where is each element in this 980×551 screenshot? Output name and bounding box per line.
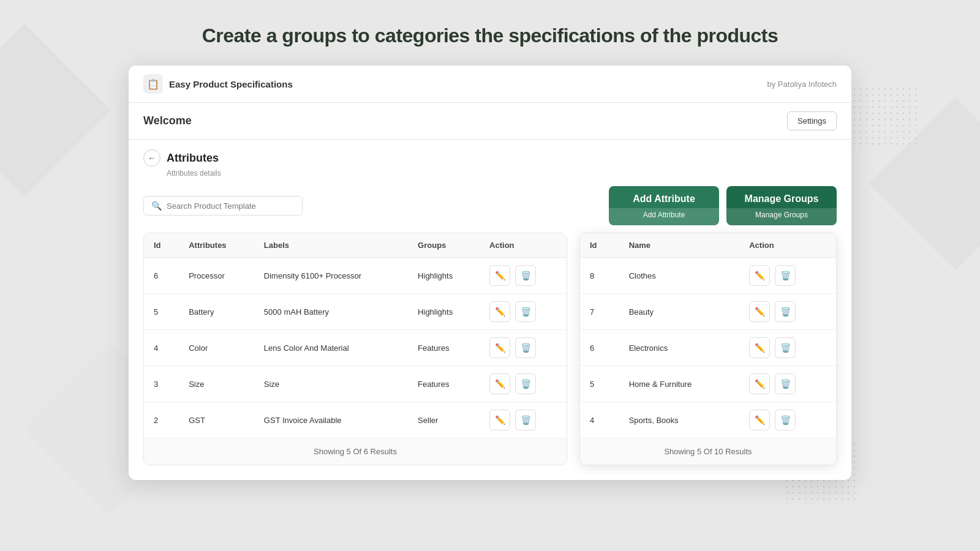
manage-groups-button[interactable]: Manage Groups Manage Groups (726, 186, 837, 225)
tables-container: Id Attributes Labels Groups Action 6 Pro… (129, 233, 851, 480)
attributes-table: Id Attributes Labels Groups Action 6 Pro… (144, 233, 567, 438)
groups-header-row: Id Name Action (580, 233, 836, 258)
app-logo: 📋 Easy Product Specifications (143, 74, 293, 94)
groups-table-header: Id Name Action (580, 233, 836, 258)
attributes-section: ← Attributes Attributes details 🔍 Add At… (129, 140, 851, 233)
edit-button[interactable]: ✏️ (489, 265, 510, 286)
col-action: Action (480, 233, 567, 258)
cell-action: ✏️ 🗑️ (480, 366, 567, 402)
table-row: 3 Size Size Features ✏️ 🗑️ (144, 366, 567, 402)
app-header: 📋 Easy Product Specifications by Patoliy… (129, 66, 851, 103)
cell-attribute: GST (179, 402, 254, 438)
cell-action: ✏️ 🗑️ (480, 330, 567, 366)
search-box[interactable]: 🔍 (143, 196, 303, 216)
attributes-table-wrap: Id Attributes Labels Groups Action 6 Pro… (143, 233, 567, 465)
cell-label: 5000 mAH Battery (254, 294, 408, 330)
attributes-table-footer: Showing 5 Of 6 Results (144, 438, 567, 465)
cell-group: Highlights (408, 294, 480, 330)
table-row: 4 Color Lens Color And Material Features… (144, 330, 567, 366)
col-labels: Labels (254, 233, 408, 258)
attributes-header: ← Attributes (143, 149, 837, 167)
table-row: 8 Clothes ✏️ 🗑️ (580, 258, 836, 294)
edit-button[interactable]: ✏️ (489, 337, 510, 358)
gcol-action: Action (739, 233, 836, 258)
cell-label: Dimensity 6100+ Processor (254, 258, 408, 294)
col-id: Id (144, 233, 179, 258)
delete-button[interactable]: 🗑️ (515, 373, 536, 394)
edit-button[interactable]: ✏️ (489, 301, 510, 322)
cell-group: Features (408, 330, 480, 366)
col-groups: Groups (408, 233, 480, 258)
groups-table-wrap: Id Name Action 8 Clothes ✏️ 🗑️ 7 Beauty (579, 233, 837, 465)
attributes-title: Attributes (167, 152, 219, 165)
edit-group-button[interactable]: ✏️ (749, 410, 770, 430)
table-row: 6 Processor Dimensity 6100+ Processor Hi… (144, 258, 567, 294)
delete-button[interactable]: 🗑️ (515, 301, 536, 322)
cell-id: 4 (144, 330, 179, 366)
app-window: 📋 Easy Product Specifications by Patoliy… (129, 66, 851, 480)
cell-attribute: Battery (179, 294, 254, 330)
gcell-id: 6 (580, 330, 619, 366)
settings-button[interactable]: Settings (787, 111, 837, 130)
cell-action: ✏️ 🗑️ (480, 258, 567, 294)
gcell-name: Home & Furniture (619, 366, 740, 402)
table-row: 4 Sports, Books ✏️ 🗑️ (580, 402, 836, 438)
delete-group-button[interactable]: 🗑️ (775, 301, 796, 322)
gcell-name: Electronics (619, 330, 740, 366)
add-attribute-sub-label: Add Attribute (609, 208, 719, 225)
app-logo-icon: 📋 (143, 74, 163, 94)
manage-groups-main-label: Manage Groups (726, 186, 837, 208)
gcell-id: 7 (580, 294, 619, 330)
cell-group: Seller (408, 402, 480, 438)
welcome-bar: Welcome Settings (129, 103, 851, 140)
attributes-table-body: 6 Processor Dimensity 6100+ Processor Hi… (144, 258, 567, 438)
gcell-id: 8 (580, 258, 619, 294)
edit-group-button[interactable]: ✏️ (749, 265, 770, 286)
attributes-header-row: Id Attributes Labels Groups Action (144, 233, 567, 258)
gcell-id: 4 (580, 402, 619, 438)
page-title: Create a groups to categories the specif… (202, 24, 778, 47)
delete-group-button[interactable]: 🗑️ (775, 337, 796, 358)
gcol-name: Name (619, 233, 740, 258)
app-by-text: by Patoliya Infotech (767, 80, 837, 89)
toolbar-actions: Add Attribute Add Attribute Manage Group… (609, 186, 837, 225)
gcell-action: ✏️ 🗑️ (739, 294, 836, 330)
table-row: 5 Battery 5000 mAH Battery Highlights ✏️… (144, 294, 567, 330)
edit-group-button[interactable]: ✏️ (749, 337, 770, 358)
table-row: 7 Beauty ✏️ 🗑️ (580, 294, 836, 330)
delete-group-button[interactable]: 🗑️ (775, 373, 796, 394)
table-row: 5 Home & Furniture ✏️ 🗑️ (580, 366, 836, 402)
search-icon: 🔍 (151, 201, 162, 211)
add-attribute-button[interactable]: Add Attribute Add Attribute (609, 186, 719, 225)
cell-id: 3 (144, 366, 179, 402)
cell-label: Size (254, 366, 408, 402)
toolbar: 🔍 Add Attribute Add Attribute Manage Gro… (143, 186, 837, 233)
delete-group-button[interactable]: 🗑️ (775, 410, 796, 430)
welcome-text: Welcome (143, 114, 192, 127)
gcell-name: Beauty (619, 294, 740, 330)
gcell-id: 5 (580, 366, 619, 402)
edit-group-button[interactable]: ✏️ (749, 301, 770, 322)
cell-attribute: Processor (179, 258, 254, 294)
edit-button[interactable]: ✏️ (489, 373, 510, 394)
cell-label: Lens Color And Material (254, 330, 408, 366)
edit-group-button[interactable]: ✏️ (749, 373, 770, 394)
page-heading: Create a groups to categories the specif… (202, 24, 778, 47)
cell-attribute: Color (179, 330, 254, 366)
add-attribute-main-label: Add Attribute (609, 186, 719, 208)
table-row: 2 GST GST Invoice Available Seller ✏️ 🗑️ (144, 402, 567, 438)
col-attributes: Attributes (179, 233, 254, 258)
cell-label: GST Invoice Available (254, 402, 408, 438)
groups-table: Id Name Action 8 Clothes ✏️ 🗑️ 7 Beauty (580, 233, 836, 438)
delete-button[interactable]: 🗑️ (515, 410, 536, 430)
attributes-table-header: Id Attributes Labels Groups Action (144, 233, 567, 258)
cell-action: ✏️ 🗑️ (480, 294, 567, 330)
delete-group-button[interactable]: 🗑️ (775, 265, 796, 286)
cell-action: ✏️ 🗑️ (480, 402, 567, 438)
edit-button[interactable]: ✏️ (489, 410, 510, 430)
back-button[interactable]: ← (143, 149, 160, 167)
delete-button[interactable]: 🗑️ (515, 337, 536, 358)
search-input[interactable] (167, 201, 295, 211)
delete-button[interactable]: 🗑️ (515, 265, 536, 286)
cell-group: Highlights (408, 258, 480, 294)
